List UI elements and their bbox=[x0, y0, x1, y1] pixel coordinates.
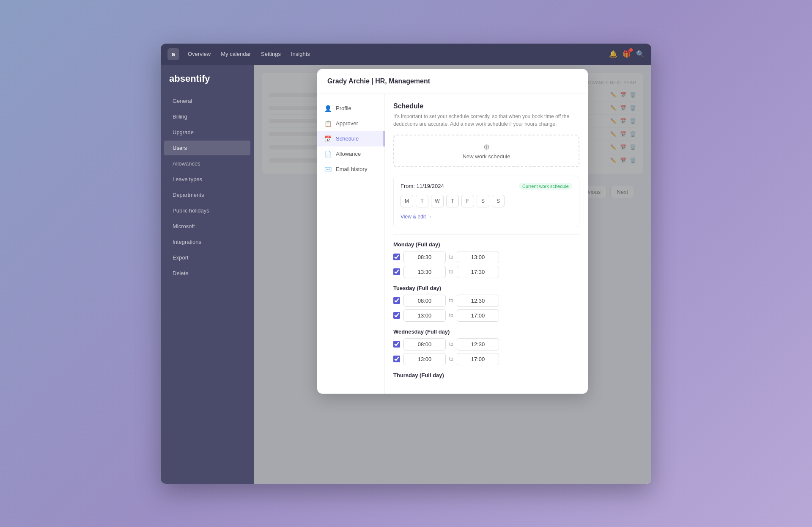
to-label: to bbox=[449, 254, 453, 260]
thursday-section: Thursday (Full day) bbox=[393, 372, 579, 378]
to-label: to bbox=[449, 341, 453, 347]
wednesday-row-2: to bbox=[393, 353, 579, 365]
day-pill-w: W bbox=[431, 195, 444, 207]
new-schedule-button[interactable]: ⊕ New work schedule bbox=[393, 135, 579, 167]
to-label: to bbox=[449, 269, 453, 275]
sidebar-item-delete[interactable]: Delete bbox=[164, 266, 250, 281]
schedule-description: It's important to set your schedule corr… bbox=[393, 113, 579, 128]
modal-title: Grady Archie | HR, Management bbox=[327, 77, 430, 85]
sidebar-item-general[interactable]: General bbox=[164, 94, 250, 108]
wednesday-title: Wednesday (Full day) bbox=[393, 328, 579, 335]
monday-row1-to[interactable] bbox=[457, 251, 499, 263]
wednesday-section: Wednesday (Full day) to bbox=[393, 328, 579, 365]
monday-row2-to[interactable] bbox=[457, 266, 499, 278]
thursday-title: Thursday (Full day) bbox=[393, 372, 579, 378]
to-label: to bbox=[449, 298, 453, 304]
schedule-section-title: Schedule bbox=[393, 102, 579, 110]
modal-main-content: Schedule It's important to set your sche… bbox=[385, 94, 588, 394]
wednesday-row1-to[interactable] bbox=[457, 338, 499, 350]
day-pill-m: M bbox=[401, 195, 413, 207]
modal-nav-schedule[interactable]: 📅 Schedule bbox=[317, 131, 384, 146]
search-icon[interactable]: 🔍 bbox=[636, 50, 645, 58]
tuesday-row1-checkbox[interactable] bbox=[393, 297, 400, 304]
modal-nav-allowance[interactable]: 📄 Allowance bbox=[317, 146, 384, 162]
nav-my-calendar[interactable]: My calendar bbox=[221, 51, 251, 57]
sidebar-item-microsoft[interactable]: Microsoft bbox=[164, 219, 250, 234]
allowance-icon: 📄 bbox=[324, 151, 332, 157]
tuesday-row2-checkbox[interactable] bbox=[393, 312, 400, 319]
nav-insights[interactable]: Insights bbox=[291, 51, 310, 57]
tuesday-row2-to[interactable] bbox=[457, 309, 499, 322]
monday-section: Monday (Full day) to bbox=[393, 241, 579, 278]
day-pill-f: F bbox=[461, 195, 474, 207]
modal-sidebar-nav: 👤 Profile 📋 Approver 📅 Schedule bbox=[317, 94, 385, 394]
sidebar-item-public-holidays[interactable]: Public holidays bbox=[164, 203, 250, 218]
wednesday-row1-from[interactable] bbox=[403, 338, 446, 350]
tuesday-section: Tuesday (Full day) to bbox=[393, 285, 579, 322]
profile-icon: 👤 bbox=[324, 105, 332, 112]
tuesday-row-2: to bbox=[393, 309, 579, 322]
main-area: absentify General Billing Upgrade Users … bbox=[161, 65, 651, 484]
sidebar-nav: General Billing Upgrade Users Allowances… bbox=[161, 94, 254, 281]
browser-window: a Overview My calendar Settings Insights… bbox=[161, 44, 651, 484]
notification-badge bbox=[629, 48, 633, 52]
day-pill-s1: S bbox=[477, 195, 489, 207]
day-pill-t2: T bbox=[446, 195, 459, 207]
wednesday-row2-to[interactable] bbox=[457, 353, 499, 365]
modal-nav-profile[interactable]: 👤 Profile bbox=[317, 101, 384, 116]
notifications-icon[interactable]: 🔔 bbox=[609, 50, 617, 58]
approver-icon: 📋 bbox=[324, 120, 332, 127]
current-work-schedule-badge: Current work schedule bbox=[519, 183, 572, 190]
sidebar-item-integrations[interactable]: Integrations bbox=[164, 235, 250, 249]
modal-nav-email-history[interactable]: ✉️ Email history bbox=[317, 162, 384, 177]
day-pill-t1: T bbox=[416, 195, 428, 207]
monday-row1-from[interactable] bbox=[403, 251, 446, 263]
tuesday-row2-from[interactable] bbox=[403, 309, 446, 322]
tuesday-row-1: to bbox=[393, 295, 579, 307]
day-pills: M T W T F S S bbox=[401, 195, 572, 207]
schedule-icon: 📅 bbox=[324, 135, 332, 142]
content-area: ALLOWANCE NEXT YEAR 00 ✏️ 📅 🗑️ 00 bbox=[254, 65, 651, 484]
tuesday-row1-from[interactable] bbox=[403, 295, 446, 307]
monday-row2-from[interactable] bbox=[403, 266, 446, 278]
schedule-card-header: From: 11/19/2024 Current work schedule bbox=[401, 183, 572, 190]
time-entries-section: Monday (Full day) to bbox=[393, 234, 579, 378]
modal-header: Grady Archie | HR, Management bbox=[317, 69, 588, 94]
plus-icon: ⊕ bbox=[401, 142, 572, 152]
nav-overview[interactable]: Overview bbox=[188, 51, 211, 57]
monday-title: Monday (Full day) bbox=[393, 241, 579, 248]
sidebar-item-leave-types[interactable]: Leave types bbox=[164, 172, 250, 187]
user-modal: Grady Archie | HR, Management 👤 Profile … bbox=[317, 69, 588, 394]
modal-nav-approver[interactable]: 📋 Approver bbox=[317, 116, 384, 131]
monday-row1-checkbox[interactable] bbox=[393, 254, 400, 260]
tuesday-row1-to[interactable] bbox=[457, 295, 499, 307]
wednesday-row1-checkbox[interactable] bbox=[393, 341, 400, 348]
top-navigation: a Overview My calendar Settings Insights… bbox=[161, 44, 651, 65]
sidebar-brand: absentify bbox=[161, 73, 254, 93]
wednesday-row2-from[interactable] bbox=[403, 353, 446, 365]
monday-row-1: to bbox=[393, 251, 579, 263]
schedule-from-date: From: 11/19/2024 bbox=[401, 183, 444, 189]
nav-links: Overview My calendar Settings Insights bbox=[188, 51, 310, 57]
modal-body: 👤 Profile 📋 Approver 📅 Schedule bbox=[317, 94, 588, 394]
sidebar-item-export[interactable]: Export bbox=[164, 250, 250, 265]
tuesday-title: Tuesday (Full day) bbox=[393, 285, 579, 291]
sidebar-item-departments[interactable]: Departments bbox=[164, 188, 250, 202]
app-logo: a bbox=[167, 48, 179, 60]
sidebar-item-upgrade[interactable]: Upgrade bbox=[164, 125, 250, 140]
schedule-card: From: 11/19/2024 Current work schedule M… bbox=[393, 176, 579, 227]
wednesday-row2-checkbox[interactable] bbox=[393, 356, 400, 362]
email-icon: ✉️ bbox=[324, 166, 332, 173]
monday-row2-checkbox[interactable] bbox=[393, 268, 400, 275]
to-label: to bbox=[449, 356, 453, 362]
view-edit-link[interactable]: View & edit → bbox=[401, 214, 432, 220]
wednesday-row-1: to bbox=[393, 338, 579, 350]
nav-settings[interactable]: Settings bbox=[261, 51, 281, 57]
topnav-right: 🔔 🎁 🔍 bbox=[609, 50, 645, 58]
monday-row-2: to bbox=[393, 266, 579, 278]
sidebar-item-users[interactable]: Users bbox=[164, 141, 250, 155]
gifts-icon[interactable]: 🎁 bbox=[623, 50, 631, 58]
sidebar-item-allowances[interactable]: Allowances bbox=[164, 156, 250, 171]
sidebar: absentify General Billing Upgrade Users … bbox=[161, 65, 254, 484]
sidebar-item-billing[interactable]: Billing bbox=[164, 109, 250, 124]
